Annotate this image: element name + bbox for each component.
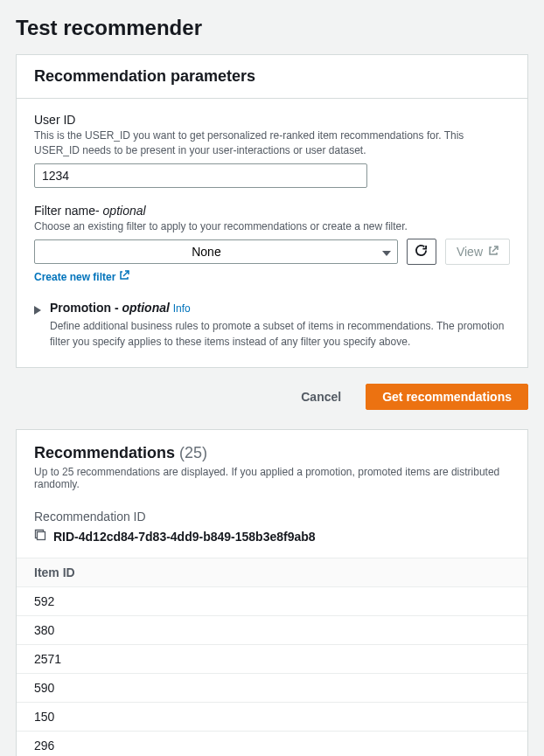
promotion-title: Promotion - optional Info [50,301,510,315]
copy-icon[interactable] [34,529,46,544]
recommendations-subtitle: Up to 25 recommendations are displayed. … [34,466,510,490]
parameters-panel: Recommendation parameters User ID This i… [16,54,528,368]
user-id-input[interactable] [34,163,367,188]
svg-rect-0 [38,532,45,540]
user-id-label: User ID [34,113,510,127]
recommendation-id-label: Recommendation ID [34,510,510,524]
recommendations-count: (25) [179,444,207,461]
action-buttons: Cancel Get recommendations [16,384,528,410]
table-row: 380 [17,616,527,645]
external-link-icon [119,270,129,283]
refresh-icon [415,244,428,260]
external-link-icon [488,245,499,259]
view-label: View [457,245,483,259]
table-row: 296 [17,732,527,756]
filter-desc: Choose an existing filter to apply to yo… [34,219,510,234]
recommendations-title: Recommendations (25) [34,444,207,461]
promotion-section: Promotion - optional Info Define additio… [34,295,510,350]
view-button[interactable]: View [445,239,510,265]
create-filter-link[interactable]: Create new filter [34,270,129,283]
get-recommendations-button[interactable]: Get recommendations [366,384,528,410]
table-row: 592 [17,587,527,616]
page-title: Test recommender [16,16,528,40]
recommendation-id-value: RID-4d12cd84-7d83-4dd9-b849-158b3e8f9ab8 [53,530,316,544]
expand-arrow-icon[interactable] [34,303,41,317]
table-row: 150 [17,703,527,732]
refresh-button[interactable] [407,239,436,265]
filter-select[interactable]: None [34,239,398,264]
table-row: 590 [17,674,527,703]
recommendations-panel: Recommendations (25) Up to 25 recommenda… [16,429,528,756]
parameters-title: Recommendation parameters [34,67,510,86]
filter-field: Filter name- optional Choose an existing… [34,204,510,284]
promotion-info-link[interactable]: Info [173,302,191,315]
table-row: 2571 [17,645,527,674]
user-id-desc: This is the USER_ID you want to get pers… [34,128,510,158]
promotion-desc: Define additional business rules to prom… [50,318,510,350]
cancel-button[interactable]: Cancel [287,384,355,410]
filter-label: Filter name- optional [34,204,510,218]
item-id-column-header: Item ID [17,558,527,587]
user-id-field: User ID This is the USER_ID you want to … [34,113,510,188]
